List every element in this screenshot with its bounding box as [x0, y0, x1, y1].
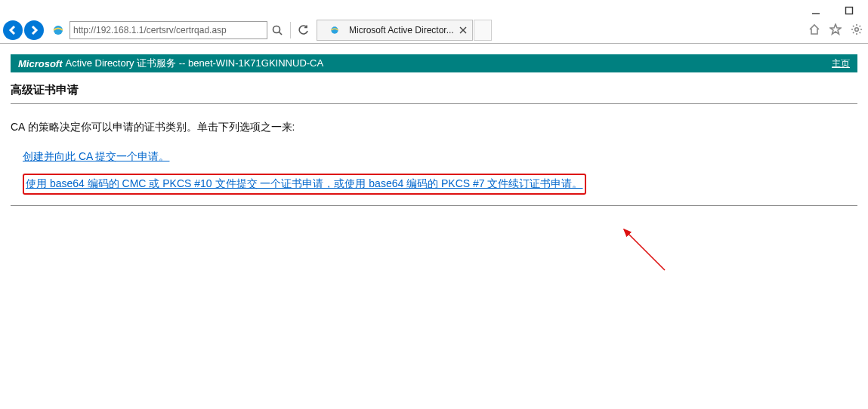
tab-title: Microsoft Active Director... [349, 25, 454, 35]
svg-point-5 [273, 26, 280, 32]
maximize-button[interactable] [839, 3, 859, 18]
new-tab-button[interactable] [474, 20, 492, 41]
annotation-arrow-icon [619, 225, 680, 278]
page-viewport: Microsoft Active Directory 证书服务 -- benet… [0, 44, 868, 409]
svg-point-4 [54, 26, 63, 35]
url-text: http://192.168.1.1/certsrv/certrqad.asp [73, 25, 227, 35]
address-bar[interactable]: http://192.168.1.1/certsrv/certrqad.asp [70, 21, 267, 39]
tab-close-icon[interactable] [459, 26, 468, 35]
minimize-button[interactable] [806, 3, 826, 18]
brand-text: Microsoft [18, 58, 63, 69]
highlight-box: 使用 base64 编码的 CMC 或 PKCS #10 文件提交 一个证书申请… [23, 174, 586, 195]
home-icon[interactable] [806, 21, 823, 38]
tab-favicon-icon [326, 22, 343, 38]
options-list: 创建并向此 CA 提交一个申请。 使用 base64 编码的 CMC 或 PKC… [11, 148, 857, 195]
browser-tab[interactable]: Microsoft Active Director... [317, 20, 473, 41]
toolbar-separator [290, 22, 291, 38]
settings-gear-icon[interactable] [848, 21, 865, 38]
divider [11, 103, 857, 104]
svg-line-6 [280, 32, 283, 35]
option-base64-submit-link[interactable]: 使用 base64 编码的 CMC 或 PKCS #10 文件提交 一个证书申请… [26, 175, 583, 193]
service-banner: Microsoft Active Directory 证书服务 -- benet… [11, 54, 857, 72]
intro-text: CA 的策略决定你可以申请的证书类别。单击下列选项之一来: [11, 121, 857, 134]
home-link[interactable]: 主页 [832, 57, 850, 70]
search-icon[interactable] [269, 22, 286, 38]
svg-rect-1 [846, 8, 853, 14]
page-heading: 高级证书申请 [11, 83, 857, 97]
bottom-divider [11, 205, 857, 206]
favorites-star-icon[interactable] [827, 21, 844, 38]
svg-line-12 [624, 229, 665, 270]
browser-toolbar: http://192.168.1.1/certsrv/certrqad.asp … [0, 17, 868, 44]
service-name: Active Directory 证书服务 -- benet-WIN-1K71G… [66, 57, 324, 70]
svg-marker-10 [830, 24, 841, 34]
option-create-submit-link[interactable]: 创建并向此 CA 提交一个申请。 [23, 148, 169, 166]
svg-point-11 [855, 28, 859, 32]
svg-point-7 [331, 26, 338, 33]
back-button[interactable] [3, 20, 23, 40]
refresh-icon[interactable] [295, 22, 312, 38]
ie-logo-icon [50, 22, 66, 38]
browser-right-icons [806, 21, 865, 38]
content-area: 高级证书申请 CA 的策略决定你可以申请的证书类别。单击下列选项之一来: 创建并… [11, 83, 857, 195]
forward-button[interactable] [24, 20, 44, 40]
